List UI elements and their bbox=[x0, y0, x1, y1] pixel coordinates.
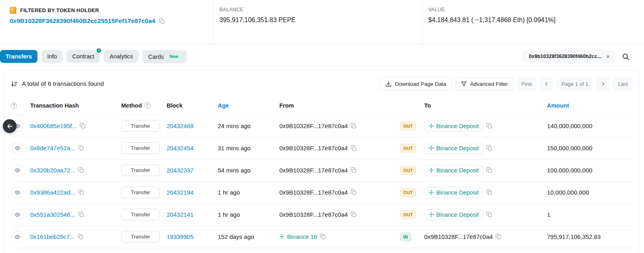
preview-eye-button[interactable] bbox=[12, 164, 23, 176]
tab-info[interactable]: Info bbox=[41, 50, 62, 63]
copy-hash-icon[interactable] bbox=[78, 189, 84, 195]
transfers-card: A total of 6 transactions found Download… bbox=[4, 70, 639, 253]
from-address-text: 0x9B10328F...17e87c0a4 bbox=[279, 189, 348, 196]
tx-hash-link[interactable]: 0x400685e195f... bbox=[30, 122, 77, 129]
tabs-row: Transfers Info Contract✓ Analytics Cards… bbox=[0, 48, 644, 64]
table-row: 0x320b20aa72... Transfer 20432337 54 min… bbox=[11, 159, 632, 181]
last-page-button[interactable]: Last bbox=[613, 77, 632, 91]
table-row: 0x8de747e52a... Transfer 20432454 31 min… bbox=[11, 137, 632, 159]
block-link[interactable]: 20432337 bbox=[167, 167, 194, 174]
tx-hash-link[interactable]: 0x9386a422ad... bbox=[30, 189, 75, 196]
block-link[interactable]: 20432454 bbox=[167, 145, 194, 151]
download-page-data-button[interactable]: Download Page Data bbox=[380, 77, 452, 91]
binance-icon bbox=[429, 190, 434, 195]
from-address-text: 0x9B10328F...17e87c0a4 bbox=[279, 167, 348, 174]
copy-from-icon[interactable] bbox=[351, 189, 357, 195]
holder-address-link[interactable]: 0x9B10328F3628390f460B2cc25515Fef17e87c0… bbox=[10, 17, 155, 25]
search-icon[interactable] bbox=[622, 53, 630, 60]
tx-hash-link[interactable]: 0x551a302546... bbox=[30, 211, 75, 218]
binance-icon bbox=[429, 145, 434, 151]
balance-value: 395,917,106,351.83 PEPE bbox=[219, 17, 417, 24]
method-badge: Transfer bbox=[121, 231, 160, 243]
to-label-pill[interactable]: Binance Deposit bbox=[424, 165, 483, 176]
table-row: 0x551a302546... Transfer 20432141 1 hr a… bbox=[11, 203, 632, 226]
back-button[interactable] bbox=[3, 119, 17, 133]
table-header-row: ? Transaction Hash Method? Block Age Fro… bbox=[11, 96, 632, 115]
next-page-button[interactable] bbox=[597, 77, 609, 91]
method-badge: Transfer bbox=[121, 187, 160, 198]
funnel-icon bbox=[461, 81, 467, 87]
method-badge: Transfer bbox=[121, 209, 160, 220]
balance-section: BALANCE 395,917,106,351.83 PEPE bbox=[213, 0, 422, 44]
copy-to-icon[interactable] bbox=[495, 234, 502, 240]
col-header-age[interactable]: Age bbox=[218, 102, 229, 109]
preview-eye-button[interactable] bbox=[12, 209, 23, 220]
block-link[interactable]: 20432141 bbox=[167, 211, 194, 218]
binance-icon bbox=[429, 123, 434, 129]
table-toolbar: A total of 6 transactions found Download… bbox=[11, 71, 632, 96]
tx-hash-link[interactable]: 0x161beb25c7... bbox=[30, 233, 75, 240]
copy-from-icon[interactable] bbox=[320, 234, 326, 240]
col-header-amount[interactable]: Amount bbox=[547, 102, 569, 109]
to-label-text: Binance Deposit bbox=[436, 212, 479, 218]
advanced-filter-button[interactable]: Advanced Filter bbox=[456, 77, 513, 91]
copy-to-icon[interactable] bbox=[486, 145, 492, 151]
value-value: $4,184,843.81 ( ~1,317.4868 Eth) [0.0941… bbox=[428, 17, 638, 24]
direction-badge: IN bbox=[400, 232, 411, 241]
first-page-button[interactable]: First bbox=[517, 77, 536, 91]
tx-hash-link[interactable]: 0x320b20aa72... bbox=[30, 167, 75, 174]
copy-hash-icon[interactable] bbox=[80, 123, 86, 129]
amount-text: 150,000,000,000 bbox=[547, 145, 592, 151]
copy-hash-icon[interactable] bbox=[78, 234, 84, 240]
copy-to-icon[interactable] bbox=[486, 167, 492, 173]
table-row: 0x9386a422ad... Transfer 20432194 1 hr a… bbox=[11, 181, 632, 203]
copy-hash-icon[interactable] bbox=[78, 167, 84, 173]
copy-to-icon[interactable] bbox=[486, 212, 492, 218]
preview-eye-button[interactable] bbox=[12, 142, 23, 154]
copy-to-icon[interactable] bbox=[486, 189, 492, 195]
to-label-pill[interactable]: Binance Deposit bbox=[424, 187, 483, 198]
prev-page-button[interactable] bbox=[540, 77, 553, 91]
to-label-pill[interactable]: Binance Deposit bbox=[424, 143, 483, 154]
age-text: 152 days ago bbox=[218, 233, 254, 240]
copy-from-icon[interactable] bbox=[351, 123, 357, 129]
copy-address-icon[interactable] bbox=[159, 18, 165, 24]
preview-eye-button[interactable] bbox=[12, 187, 23, 198]
to-label-text: Binance Deposit bbox=[436, 189, 479, 196]
block-link[interactable]: 20432488 bbox=[167, 122, 194, 129]
copy-from-icon[interactable] bbox=[351, 145, 357, 151]
remove-filter-icon[interactable]: ✕ bbox=[606, 54, 610, 59]
page-status[interactable]: Page 1 of 1 bbox=[557, 77, 593, 91]
direction-badge: OUT bbox=[400, 188, 416, 197]
copy-from-icon[interactable] bbox=[351, 167, 357, 173]
tab-contract[interactable]: Contract✓ bbox=[66, 50, 100, 63]
to-address-text: 0x9B10328F...17e87c0a4 bbox=[424, 233, 493, 240]
tab-cards[interactable]: CardsNew bbox=[142, 50, 186, 63]
total-transactions-text: A total of 6 transactions found bbox=[22, 80, 104, 87]
amount-text: 1 bbox=[547, 211, 550, 218]
direction-badge: OUT bbox=[400, 144, 416, 153]
from-label-link[interactable]: Binance 16 bbox=[279, 233, 317, 240]
to-label-pill[interactable]: Binance Deposit bbox=[424, 120, 483, 132]
token-icon bbox=[10, 7, 17, 14]
filtered-by-label: FILTERED BY TOKEN HOLDER bbox=[20, 7, 99, 13]
to-label-pill[interactable]: Binance Deposit bbox=[424, 209, 483, 220]
block-link[interactable]: 20432194 bbox=[167, 189, 194, 196]
tab-analytics[interactable]: Analytics bbox=[104, 50, 138, 63]
block-link[interactable]: 19339905 bbox=[167, 233, 194, 240]
filter-chip-address: 0x9b10328f3628390f460b2cc... bbox=[529, 54, 601, 59]
copy-hash-icon[interactable] bbox=[78, 145, 84, 151]
from-address-text: 0x9B10328F...17e87c0a4 bbox=[279, 211, 348, 218]
amount-text: 10,000,000,000 bbox=[547, 189, 589, 196]
tx-hash-link[interactable]: 0x8de747e52a... bbox=[30, 145, 75, 151]
tab-transfers[interactable]: Transfers bbox=[0, 50, 37, 63]
preview-eye-button[interactable] bbox=[12, 231, 23, 243]
copy-to-icon[interactable] bbox=[486, 123, 492, 129]
direction-badge: OUT bbox=[400, 166, 416, 175]
from-label-text: Binance 16 bbox=[287, 233, 317, 240]
copy-hash-icon[interactable] bbox=[78, 212, 84, 218]
from-address-text: 0x9B10328F...17e87c0a4 bbox=[279, 122, 348, 129]
col-header-method: Method bbox=[121, 102, 142, 109]
copy-from-icon[interactable] bbox=[351, 212, 357, 218]
token-holder-section: FILTERED BY TOKEN HOLDER 0x9B10328F36283… bbox=[0, 0, 213, 44]
